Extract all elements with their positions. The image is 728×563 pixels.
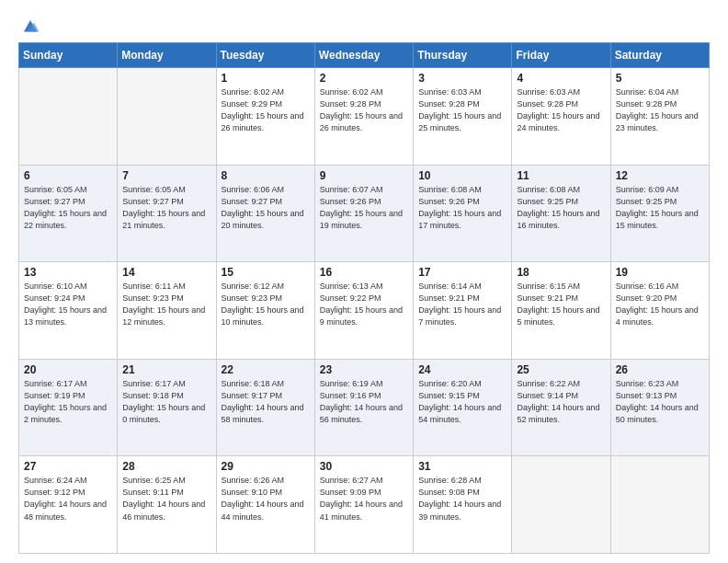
- calendar-cell: 19Sunrise: 6:16 AMSunset: 9:20 PMDayligh…: [610, 262, 709, 360]
- calendar-cell: 13Sunrise: 6:10 AMSunset: 9:24 PMDayligh…: [19, 262, 118, 360]
- day-info: Sunrise: 6:09 AMSunset: 9:25 PMDaylight:…: [616, 185, 699, 230]
- calendar-cell: 8Sunrise: 6:06 AMSunset: 9:27 PMDaylight…: [216, 165, 314, 262]
- header-thursday: Thursday: [414, 43, 512, 68]
- calendar-cell: 1Sunrise: 6:02 AMSunset: 9:29 PMDaylight…: [216, 68, 314, 166]
- day-number: 21: [122, 363, 210, 376]
- day-number: 1: [222, 72, 310, 85]
- calendar-cell: 4Sunrise: 6:03 AMSunset: 9:28 PMDaylight…: [512, 68, 610, 166]
- calendar-cell: [610, 456, 709, 554]
- header-monday: Monday: [118, 43, 216, 68]
- day-info: Sunrise: 6:02 AMSunset: 9:29 PMDaylight:…: [222, 87, 304, 132]
- calendar-cell: 23Sunrise: 6:19 AMSunset: 9:16 PMDayligh…: [314, 359, 413, 456]
- day-number: 18: [517, 266, 605, 279]
- day-info: Sunrise: 6:16 AMSunset: 9:20 PMDaylight:…: [616, 282, 699, 327]
- day-number: 16: [320, 266, 408, 279]
- day-info: Sunrise: 6:24 AMSunset: 9:12 PMDaylight:…: [24, 476, 107, 521]
- day-number: 22: [222, 363, 310, 376]
- day-info: Sunrise: 6:11 AMSunset: 9:23 PMDaylight:…: [122, 282, 205, 327]
- calendar-week-row: 20Sunrise: 6:17 AMSunset: 9:19 PMDayligh…: [19, 359, 710, 456]
- day-number: 12: [616, 169, 704, 182]
- day-info: Sunrise: 6:04 AMSunset: 9:28 PMDaylight:…: [616, 87, 699, 132]
- day-number: 29: [222, 460, 310, 473]
- calendar-cell: 27Sunrise: 6:24 AMSunset: 9:12 PMDayligh…: [19, 456, 118, 554]
- day-info: Sunrise: 6:13 AMSunset: 9:22 PMDaylight:…: [320, 282, 403, 327]
- calendar-week-row: 13Sunrise: 6:10 AMSunset: 9:24 PMDayligh…: [19, 262, 710, 360]
- calendar-cell: 6Sunrise: 6:05 AMSunset: 9:27 PMDaylight…: [19, 165, 118, 262]
- day-number: 10: [418, 169, 506, 182]
- calendar-cell: 21Sunrise: 6:17 AMSunset: 9:18 PMDayligh…: [118, 359, 216, 456]
- day-number: 7: [122, 169, 210, 182]
- calendar-cell: 2Sunrise: 6:02 AMSunset: 9:28 PMDaylight…: [314, 68, 413, 166]
- calendar-cell: [19, 68, 118, 166]
- day-info: Sunrise: 6:14 AMSunset: 9:21 PMDaylight:…: [418, 282, 501, 327]
- day-info: Sunrise: 6:07 AMSunset: 9:26 PMDaylight:…: [320, 185, 403, 230]
- day-info: Sunrise: 6:27 AMSunset: 9:09 PMDaylight:…: [320, 476, 403, 521]
- day-info: Sunrise: 6:03 AMSunset: 9:28 PMDaylight:…: [517, 87, 599, 132]
- day-number: 6: [24, 169, 112, 182]
- calendar-cell: 15Sunrise: 6:12 AMSunset: 9:23 PMDayligh…: [216, 262, 314, 360]
- day-number: 27: [24, 460, 112, 473]
- calendar-cell: 9Sunrise: 6:07 AMSunset: 9:26 PMDaylight…: [314, 165, 413, 262]
- day-info: Sunrise: 6:06 AMSunset: 9:27 PMDaylight:…: [222, 185, 304, 230]
- header-tuesday: Tuesday: [216, 43, 314, 68]
- day-number: 2: [320, 72, 408, 85]
- calendar-cell: 18Sunrise: 6:15 AMSunset: 9:21 PMDayligh…: [512, 262, 610, 360]
- day-info: Sunrise: 6:03 AMSunset: 9:28 PMDaylight:…: [418, 87, 501, 132]
- day-info: Sunrise: 6:26 AMSunset: 9:10 PMDaylight:…: [222, 476, 304, 521]
- calendar-week-row: 6Sunrise: 6:05 AMSunset: 9:27 PMDaylight…: [19, 165, 710, 262]
- day-number: 20: [24, 363, 112, 376]
- day-number: 14: [122, 266, 210, 279]
- header-sunday: Sunday: [19, 43, 118, 68]
- day-number: 26: [616, 363, 704, 376]
- calendar-cell: 7Sunrise: 6:05 AMSunset: 9:27 PMDaylight…: [118, 165, 216, 262]
- calendar-cell: 30Sunrise: 6:27 AMSunset: 9:09 PMDayligh…: [314, 456, 413, 554]
- calendar-cell: 3Sunrise: 6:03 AMSunset: 9:28 PMDaylight…: [414, 68, 512, 166]
- calendar-cell: 25Sunrise: 6:22 AMSunset: 9:14 PMDayligh…: [512, 359, 610, 456]
- day-info: Sunrise: 6:23 AMSunset: 9:13 PMDaylight:…: [616, 379, 699, 424]
- day-info: Sunrise: 6:08 AMSunset: 9:26 PMDaylight:…: [418, 185, 501, 230]
- day-number: 23: [320, 363, 408, 376]
- calendar-cell: 22Sunrise: 6:18 AMSunset: 9:17 PMDayligh…: [216, 359, 314, 456]
- calendar-cell: 10Sunrise: 6:08 AMSunset: 9:26 PMDayligh…: [414, 165, 512, 262]
- day-info: Sunrise: 6:28 AMSunset: 9:08 PMDaylight:…: [418, 476, 501, 521]
- day-number: 5: [616, 72, 704, 85]
- day-info: Sunrise: 6:18 AMSunset: 9:17 PMDaylight:…: [222, 379, 304, 424]
- day-number: 11: [517, 169, 605, 182]
- calendar-cell: 17Sunrise: 6:14 AMSunset: 9:21 PMDayligh…: [414, 262, 512, 360]
- logo-icon: [20, 17, 40, 37]
- header-friday: Friday: [512, 43, 610, 68]
- day-number: 31: [418, 460, 506, 473]
- calendar-cell: 5Sunrise: 6:04 AMSunset: 9:28 PMDaylight…: [610, 68, 709, 166]
- day-number: 24: [418, 363, 506, 376]
- day-info: Sunrise: 6:17 AMSunset: 9:19 PMDaylight:…: [24, 379, 107, 424]
- header: [18, 17, 710, 33]
- day-number: 17: [418, 266, 506, 279]
- day-info: Sunrise: 6:10 AMSunset: 9:24 PMDaylight:…: [24, 282, 107, 327]
- day-info: Sunrise: 6:19 AMSunset: 9:16 PMDaylight:…: [320, 379, 403, 424]
- calendar-week-row: 1Sunrise: 6:02 AMSunset: 9:29 PMDaylight…: [19, 68, 710, 166]
- header-saturday: Saturday: [610, 43, 709, 68]
- weekday-header-row: Sunday Monday Tuesday Wednesday Thursday…: [19, 43, 710, 68]
- calendar-table: Sunday Monday Tuesday Wednesday Thursday…: [18, 42, 710, 554]
- day-info: Sunrise: 6:02 AMSunset: 9:28 PMDaylight:…: [320, 87, 403, 132]
- day-number: 13: [24, 266, 112, 279]
- day-number: 28: [122, 460, 210, 473]
- day-number: 19: [616, 266, 704, 279]
- calendar-cell: [512, 456, 610, 554]
- day-info: Sunrise: 6:05 AMSunset: 9:27 PMDaylight:…: [122, 185, 205, 230]
- day-number: 4: [517, 72, 605, 85]
- calendar-cell: 28Sunrise: 6:25 AMSunset: 9:11 PMDayligh…: [118, 456, 216, 554]
- day-info: Sunrise: 6:08 AMSunset: 9:25 PMDaylight:…: [517, 185, 599, 230]
- calendar-cell: 11Sunrise: 6:08 AMSunset: 9:25 PMDayligh…: [512, 165, 610, 262]
- day-info: Sunrise: 6:20 AMSunset: 9:15 PMDaylight:…: [418, 379, 501, 424]
- day-info: Sunrise: 6:22 AMSunset: 9:14 PMDaylight:…: [517, 379, 599, 424]
- calendar-cell: 29Sunrise: 6:26 AMSunset: 9:10 PMDayligh…: [216, 456, 314, 554]
- day-info: Sunrise: 6:25 AMSunset: 9:11 PMDaylight:…: [122, 476, 205, 521]
- calendar-cell: 31Sunrise: 6:28 AMSunset: 9:08 PMDayligh…: [414, 456, 512, 554]
- calendar-week-row: 27Sunrise: 6:24 AMSunset: 9:12 PMDayligh…: [19, 456, 710, 554]
- calendar-cell: 14Sunrise: 6:11 AMSunset: 9:23 PMDayligh…: [118, 262, 216, 360]
- logo: [18, 17, 40, 33]
- calendar-cell: 12Sunrise: 6:09 AMSunset: 9:25 PMDayligh…: [610, 165, 709, 262]
- day-number: 15: [222, 266, 310, 279]
- calendar-cell: 26Sunrise: 6:23 AMSunset: 9:13 PMDayligh…: [610, 359, 709, 456]
